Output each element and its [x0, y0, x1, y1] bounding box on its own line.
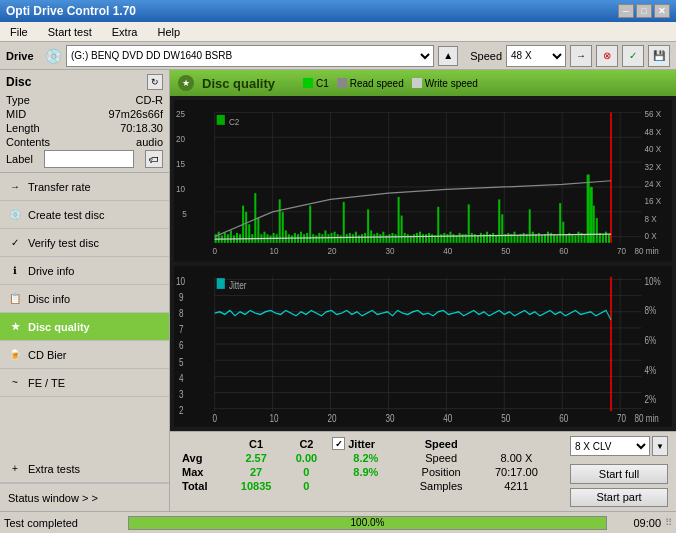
- svg-text:20: 20: [176, 133, 185, 144]
- svg-text:5: 5: [182, 208, 187, 219]
- disc-length-value: 70:18.30: [120, 122, 163, 134]
- svg-rect-73: [315, 235, 317, 242]
- svg-text:70: 70: [617, 411, 626, 423]
- cd-bier-icon: 🍺: [8, 348, 22, 362]
- resize-grip: ⠿: [665, 517, 672, 528]
- label-icon-button[interactable]: 🏷: [145, 150, 163, 168]
- svg-rect-124: [471, 233, 473, 243]
- disc-header: Disc ↻: [6, 74, 163, 90]
- svg-text:7: 7: [179, 323, 184, 335]
- erase-btn[interactable]: ⊗: [596, 45, 618, 67]
- disc-label-input[interactable]: [44, 150, 134, 168]
- speed-clv-select[interactable]: 8 X CLV: [570, 436, 650, 456]
- close-button[interactable]: ✕: [654, 4, 670, 18]
- menu-help[interactable]: Help: [151, 24, 186, 40]
- svg-rect-132: [495, 235, 497, 242]
- sidebar-item-disc-quality[interactable]: ★ Disc quality: [0, 313, 169, 341]
- col-header-c1: C1: [228, 436, 285, 451]
- svg-text:80 min: 80 min: [634, 245, 658, 256]
- svg-text:25: 25: [176, 109, 185, 120]
- avg-label: Avg: [178, 451, 228, 465]
- quality-header: ★ Disc quality C1 Read speed Write speed: [170, 70, 676, 96]
- svg-rect-139: [517, 235, 519, 242]
- disc-refresh-button[interactable]: ↻: [147, 74, 163, 90]
- svg-rect-94: [379, 234, 381, 243]
- svg-rect-162: [587, 175, 590, 243]
- disc-panel: Disc ↻ Type CD-R MID 97m26s66f Length 70…: [0, 70, 169, 173]
- svg-rect-92: [373, 234, 375, 243]
- col-header-empty: [178, 436, 228, 451]
- speed-value: 8.00 X: [479, 451, 554, 465]
- sidebar-item-drive-info[interactable]: ℹ Drive info: [0, 257, 169, 285]
- sidebar-item-disc-info-label: Disc info: [28, 293, 70, 305]
- drive-eject-icon[interactable]: ▲: [438, 46, 458, 66]
- speed-select[interactable]: 48 X: [506, 45, 566, 67]
- speed-arrow-btn[interactable]: →: [570, 45, 592, 67]
- svg-text:2%: 2%: [645, 393, 657, 405]
- svg-rect-117: [449, 232, 451, 243]
- svg-rect-116: [446, 234, 448, 243]
- legend-read-speed: Read speed: [337, 78, 404, 89]
- legend-c1: C1: [303, 78, 329, 89]
- verify-test-disc-icon: ✓: [8, 236, 22, 250]
- drive-select[interactable]: (G:) BENQ DVD DD DW1640 BSRB: [66, 45, 434, 67]
- maximize-button[interactable]: □: [636, 4, 652, 18]
- sidebar-item-cd-bier[interactable]: 🍺 CD Bier: [0, 341, 169, 369]
- svg-text:60: 60: [559, 245, 568, 256]
- svg-text:40 X: 40 X: [645, 143, 662, 154]
- speed-label: Speed: [470, 50, 502, 62]
- start-part-button[interactable]: Start part: [570, 488, 668, 508]
- sidebar-item-disc-info[interactable]: 📋 Disc info: [0, 285, 169, 313]
- svg-text:32 X: 32 X: [645, 161, 662, 172]
- sidebar-item-transfer-rate[interactable]: → Transfer rate: [0, 173, 169, 201]
- svg-text:24 X: 24 X: [645, 178, 662, 189]
- minimize-button[interactable]: ─: [618, 4, 634, 18]
- max-label: Max: [178, 465, 228, 479]
- charts-container: C2 25 20 15 10 5 56 X 48 X 40 X 32 X 24 …: [170, 96, 676, 431]
- create-test-disc-icon: 💿: [8, 208, 22, 222]
- svg-rect-51: [248, 224, 250, 243]
- write-speed-legend-dot: [412, 78, 422, 88]
- svg-rect-147: [541, 235, 543, 242]
- svg-rect-165: [596, 218, 598, 243]
- max-c1-value: 27: [228, 465, 285, 479]
- col-header-speed-val: [479, 436, 554, 451]
- svg-text:20: 20: [327, 245, 336, 256]
- svg-text:80 min: 80 min: [634, 411, 658, 423]
- svg-text:50: 50: [501, 245, 510, 256]
- position-label-cell: Position: [404, 465, 479, 479]
- save-btn[interactable]: 💾: [648, 45, 670, 67]
- sidebar-item-extra-tests[interactable]: + Extra tests: [0, 455, 169, 483]
- status-window-button[interactable]: Status window > >: [0, 483, 169, 511]
- jitter-label: Jitter: [348, 438, 375, 450]
- check-btn[interactable]: ✓: [622, 45, 644, 67]
- sidebar-item-fe-te[interactable]: ~ FE / TE: [0, 369, 169, 397]
- svg-text:5: 5: [179, 355, 184, 367]
- sidebar: Disc ↻ Type CD-R MID 97m26s66f Length 70…: [0, 70, 170, 511]
- menu-file[interactable]: File: [4, 24, 34, 40]
- svg-rect-98: [391, 233, 393, 243]
- extra-tests-icon: +: [8, 462, 22, 476]
- total-c1-value: 10835: [228, 479, 285, 493]
- svg-rect-103: [407, 234, 409, 243]
- svg-rect-65: [291, 235, 293, 242]
- svg-rect-108: [422, 234, 424, 243]
- svg-rect-45: [230, 230, 232, 242]
- svg-rect-114: [440, 234, 442, 243]
- sidebar-item-verify-test-disc[interactable]: ✓ Verify test disc: [0, 229, 169, 257]
- menu-bar: File Start test Extra Help: [0, 22, 676, 42]
- svg-rect-89: [364, 233, 366, 243]
- disc-contents-label: Contents: [6, 136, 50, 148]
- svg-text:C2: C2: [229, 116, 239, 127]
- sidebar-item-create-test-disc[interactable]: 💿 Create test disc: [0, 201, 169, 229]
- start-full-button[interactable]: Start full: [570, 464, 668, 484]
- stats-buttons: 8 X CLV ▼ Start full Start part: [562, 432, 676, 511]
- jitter-checkbox[interactable]: ✓: [332, 437, 345, 450]
- menu-extra[interactable]: Extra: [106, 24, 144, 40]
- progress-percent: 100.0%: [351, 517, 385, 528]
- svg-rect-146: [538, 233, 540, 243]
- menu-start-test[interactable]: Start test: [42, 24, 98, 40]
- total-jitter-empty: [328, 479, 403, 493]
- speed-clv-dropdown-arrow[interactable]: ▼: [652, 436, 668, 456]
- c2-chart-svg: Jitter 10 9 8 7 6 5 4 3 2 10% 8% 6% 4%: [174, 266, 672, 428]
